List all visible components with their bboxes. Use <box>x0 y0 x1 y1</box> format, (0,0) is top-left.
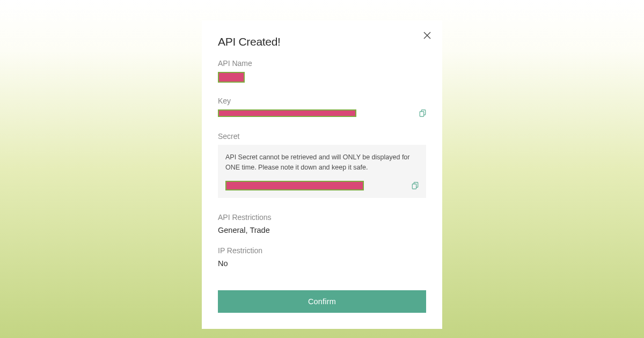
secret-box: API Secret cannot be retrieved and will … <box>218 145 426 198</box>
confirm-button[interactable]: Confirm <box>218 290 426 313</box>
field-api-name: API Name <box>218 59 426 85</box>
key-label: Key <box>218 97 426 105</box>
close-icon <box>423 32 431 39</box>
secret-label: Secret <box>218 132 426 141</box>
api-name-value-redacted <box>218 72 245 83</box>
ip-restriction-value: No <box>218 259 426 268</box>
api-name-label: API Name <box>218 59 426 68</box>
copy-secret-button[interactable] <box>412 182 419 189</box>
copy-icon <box>419 109 426 117</box>
svg-rect-3 <box>420 112 423 116</box>
key-value-redacted <box>218 109 356 117</box>
close-button[interactable] <box>423 31 431 40</box>
field-secret: Secret API Secret cannot be retrieved an… <box>218 132 426 198</box>
copy-key-button[interactable] <box>419 109 426 117</box>
api-created-modal: API Created! API Name Key Secret API Sec… <box>202 20 442 329</box>
ip-restriction-label: IP Restriction <box>218 246 426 255</box>
field-key: Key <box>218 97 426 117</box>
secret-value-redacted <box>225 181 364 190</box>
modal-title: API Created! <box>218 35 426 48</box>
api-restrictions-value: General, Trade <box>218 226 426 234</box>
secret-warning: API Secret cannot be retrieved and will … <box>225 152 419 173</box>
api-restrictions-label: API Restrictions <box>218 213 426 222</box>
field-ip-restriction: IP Restriction No <box>218 246 426 268</box>
svg-rect-5 <box>412 184 416 189</box>
copy-icon <box>412 182 419 189</box>
field-api-restrictions: API Restrictions General, Trade <box>218 213 426 234</box>
